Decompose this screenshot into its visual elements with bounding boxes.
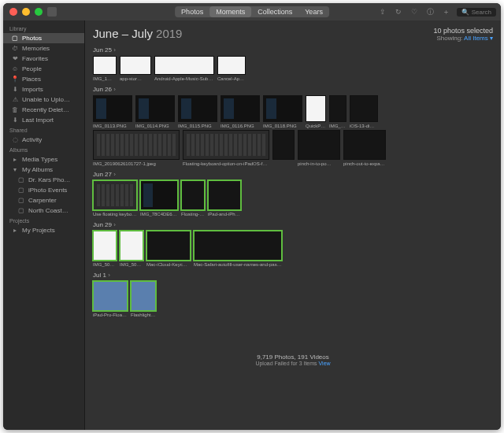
- photo-thumb[interactable]: Floating-keyboar…: [181, 180, 205, 216]
- thumb-image: [154, 56, 214, 75]
- photo-thumb[interactable]: app-stor…: [120, 56, 151, 81]
- photo-thumb[interactable]: IMG_0118.PNG: [263, 95, 302, 128]
- sidebar-icon: ◌: [11, 136, 19, 143]
- photo-thumb[interactable]: IMG_0114.PNG: [135, 95, 175, 128]
- sidebar-item-activity[interactable]: ◌Activity: [3, 135, 84, 145]
- sidebar-toggle-icon[interactable]: [47, 7, 57, 17]
- date-label[interactable]: Jul 1: [93, 272, 493, 279]
- date-label[interactable]: Jun 25: [93, 46, 493, 54]
- window-body: Library▢Photos⏱Memories❤Favorites☺People…: [3, 20, 501, 430]
- content-header: June – July 2019 10 photos selected Show…: [93, 27, 493, 42]
- rotate-icon[interactable]: ↻: [394, 7, 403, 17]
- thumb-image: [329, 95, 346, 122]
- sidebar-item-dr-kars-pho-[interactable]: ▢Dr. Kars Pho…: [3, 175, 84, 185]
- sidebar-icon: 🗑: [11, 106, 19, 113]
- sidebar-item-iphoto-events[interactable]: ▢iPhoto Events: [3, 185, 84, 195]
- sidebar-item-places[interactable]: 📍Places: [3, 74, 84, 84]
- view-failed-link[interactable]: View: [319, 361, 331, 366]
- showing-filter[interactable]: All Items ▾: [464, 35, 493, 42]
- zoom-icon[interactable]: [35, 8, 43, 16]
- sidebar-item-label: Activity: [22, 136, 42, 143]
- photo-thumb[interactable]: Mac-iCloud-Keyc…: [146, 231, 191, 267]
- sidebar-item-carpenter[interactable]: ▢Carpenter: [3, 195, 84, 205]
- add-icon[interactable]: ＋: [441, 7, 450, 17]
- sidebar-item-label: Favorites: [22, 55, 48, 62]
- view-switcher[interactable]: PhotosMomentsCollectionsYears: [175, 6, 329, 17]
- sidebar-item-label: People: [22, 65, 42, 72]
- tab-photos[interactable]: Photos: [175, 6, 209, 17]
- thumb-caption: Mac-Safari-autofill-user-names-and-passw…: [194, 262, 282, 267]
- photo-thumb[interactable]: IMG_5004.P…: [120, 231, 143, 267]
- sidebar-icon: 📍: [11, 76, 19, 83]
- photo-thumb[interactable]: IMG_0116.PNG: [220, 95, 260, 128]
- minimize-icon[interactable]: [22, 8, 30, 16]
- sidebar-item-imports[interactable]: ⬇Imports: [3, 84, 84, 94]
- content-area[interactable]: June – July 2019 10 photos selected Show…: [85, 20, 501, 430]
- thumb-caption: Mac-iCloud-Keyc…: [146, 262, 191, 267]
- photo-thumb[interactable]: IMG_0…: [329, 95, 346, 128]
- photo-thumb[interactable]: Android-Apple-Music-Subscription.jpg: [154, 56, 214, 81]
- photo-thumb[interactable]: IMG_0115.PNG: [178, 95, 217, 128]
- thumb-image: [194, 231, 282, 261]
- sidebar-item-label: My Projects: [22, 227, 55, 234]
- thumb-caption: IMG_20190626101727-1.jpeg: [93, 161, 180, 166]
- info-icon[interactable]: ⓘ: [425, 7, 435, 17]
- tab-collections[interactable]: Collections: [251, 6, 298, 17]
- share-icon[interactable]: ⇪: [378, 7, 387, 17]
- photo-thumb[interactable]: pinch-out-to-expand-floating-keyboard-t…: [343, 130, 386, 166]
- thumb-caption: IMG_5003.P…: [93, 262, 117, 267]
- photo-thumb[interactable]: QuickPath-key…: [306, 95, 326, 128]
- sidebar-item-my-albums[interactable]: ▾My Albums: [3, 165, 84, 175]
- photo-thumb[interactable]: [272, 130, 295, 166]
- photo-thumb[interactable]: iPad-Pro-Floating…: [93, 281, 128, 317]
- sidebar-item-people[interactable]: ☺People: [3, 64, 84, 74]
- sidebar-icon: ⬇: [11, 117, 19, 124]
- sidebar-icon: ▸: [11, 227, 19, 234]
- photo-thumb[interactable]: iOS-13-di…: [350, 95, 378, 128]
- sidebar-item-label: Media Types: [22, 156, 57, 163]
- photo-thumb[interactable]: IMG_78C4DE653…: [140, 180, 178, 216]
- sidebar-item-photos[interactable]: ▢Photos: [3, 33, 84, 43]
- photo-thumb[interactable]: IMG_5003.P…: [93, 231, 117, 267]
- photo-thumb[interactable]: Use floating keyboard handle to spring b…: [93, 180, 137, 216]
- sidebar-item-my-projects[interactable]: ▸My Projects: [3, 225, 84, 235]
- sidebar-icon: ⚠: [11, 96, 19, 103]
- photo-thumb[interactable]: Floating-keyboard-option-on-iPadOS-full-…: [183, 130, 269, 166]
- photo-thumb[interactable]: Mac-Safari-autofill-user-names-and-passw…: [194, 231, 282, 267]
- thumb-caption: IMG_0113.PNG: [93, 124, 132, 128]
- sidebar-item-last-import[interactable]: ⬇Last Import: [3, 115, 84, 125]
- sidebar-item-north-coast-[interactable]: ▢North Coast…: [3, 205, 84, 216]
- sidebar-icon: ☺: [11, 65, 19, 72]
- sidebar-heading: Shared: [3, 125, 84, 135]
- sidebar-item-label: Imports: [22, 86, 43, 93]
- sidebar-heading: Library: [3, 24, 84, 33]
- date-label[interactable]: Jun 29: [93, 221, 493, 228]
- sidebar-item-favorites[interactable]: ❤Favorites: [3, 54, 84, 64]
- sidebar-item-unable-to-uplo-[interactable]: ⚠Unable to Uplo…: [3, 94, 84, 105]
- sidebar-item-memories[interactable]: ⏱Memories: [3, 43, 84, 54]
- tab-years[interactable]: Years: [298, 6, 329, 17]
- photo-thumb[interactable]: IMG_1…: [93, 56, 117, 81]
- photo-thumb[interactable]: Flashlight-sider…: [131, 281, 156, 317]
- date-label[interactable]: Jun 27: [93, 171, 493, 178]
- thumb-caption: Flashlight-sider…: [131, 313, 156, 317]
- photo-thumb[interactable]: IMG_20190626101727-1.jpeg: [93, 130, 180, 166]
- thumb-image: [93, 180, 137, 210]
- photo-thumb[interactable]: IMG_0113.PNG: [93, 95, 132, 128]
- thumb-image: [263, 95, 302, 122]
- traffic-lights: [9, 8, 43, 16]
- date-label[interactable]: Jun 26: [93, 86, 493, 93]
- photo-thumb[interactable]: Cancel-Ap…: [217, 56, 246, 81]
- thumb-image: [272, 130, 295, 160]
- favorite-icon[interactable]: ♡: [410, 7, 419, 17]
- photo-thumb[interactable]: iPad-and-iPhone-…: [208, 180, 241, 216]
- thumb-row: IMG_0113.PNGIMG_0114.PNGIMG_0115.PNGIMG_…: [93, 95, 493, 128]
- thumb-image: [120, 56, 151, 75]
- tab-moments[interactable]: Moments: [209, 6, 251, 17]
- header-meta: 10 photos selected Showing: All Items ▾: [433, 27, 493, 42]
- search-input[interactable]: 🔍 Search: [457, 8, 496, 17]
- close-icon[interactable]: [9, 8, 17, 16]
- sidebar-item-recently-delet-[interactable]: 🗑Recently Delet…: [3, 105, 84, 115]
- sidebar-item-media-types[interactable]: ▸Media Types: [3, 154, 84, 165]
- photo-thumb[interactable]: pinch-in-to-po…: [298, 130, 340, 166]
